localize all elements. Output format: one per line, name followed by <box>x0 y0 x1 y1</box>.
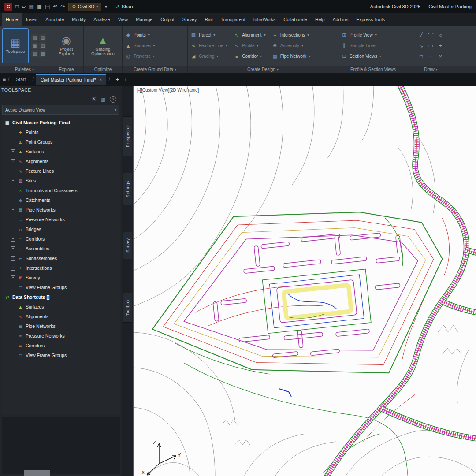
ucs-icon[interactable]: Z Y X <box>141 440 181 475</box>
tree-item-pressure-networks[interactable]: ≈ Pressure Networks <box>2 215 120 224</box>
grading-button[interactable]: ◢ Grading ▾ <box>190 52 227 61</box>
quick-dropdown-icon[interactable]: ▾ <box>104 4 107 10</box>
panel-label-optimize[interactable]: Optimize <box>84 66 122 73</box>
ribbon-tab-view[interactable]: View <box>114 13 132 26</box>
undo-icon[interactable]: ↶ <box>53 4 58 10</box>
tree-item-ds-corridors[interactable]: ≡ Corridors <box>2 341 120 350</box>
drawing-viewport[interactable]: [-][Custom View][2D Wireframe] <box>133 86 476 476</box>
ribbon-tab-collaborate[interactable]: Collaborate <box>279 13 311 26</box>
ribbon-tab-infraworks[interactable]: InfraWorks <box>249 13 280 26</box>
tree-item-feature-lines[interactable]: ∿ Feature Lines <box>2 166 120 176</box>
ribbon-tab-insert[interactable]: Insert <box>22 13 41 26</box>
pin-panel-icon[interactable]: ⇱ <box>92 97 96 102</box>
tree-item-ds-pressure-networks[interactable]: ≈ Pressure Networks <box>2 331 120 341</box>
tree-item-ds-pipe-networks[interactable]: ▦ Pipe Networks <box>2 321 120 331</box>
section-views-button[interactable]: ⊟ Section Views ▾ <box>341 52 381 61</box>
layout-panel-icon[interactable]: ▥ <box>101 97 105 102</box>
tree-item-data-shortcuts[interactable]: ⇄ Data Shortcuts [] <box>2 292 120 302</box>
viewport-controls[interactable]: [-][Custom View][2D Wireframe] <box>137 88 199 93</box>
expand-icon[interactable]: + <box>11 275 15 280</box>
assembly-button[interactable]: ⊕ Assembly ▾ <box>272 41 310 50</box>
profile-button[interactable]: ∿ Profile ▾ <box>234 41 265 50</box>
drawing-canvas[interactable]: Z Y X <box>134 86 476 476</box>
ribbon-tab-help[interactable]: Help <box>311 13 329 26</box>
expand-icon[interactable]: + <box>11 208 15 212</box>
panel-label-palettes[interactable]: Palettes ▾ <box>0 66 49 73</box>
workspace-switcher[interactable]: ⚙ Civil 3D ▾ <box>68 3 102 11</box>
expand-icon[interactable]: + <box>11 266 15 271</box>
tree-item-ds-view-frame-groups[interactable]: □ View Frame Groups <box>2 350 120 360</box>
tree-item-alignments[interactable]: + ∿ Alignments <box>2 156 120 166</box>
tree-item-point-groups[interactable]: ⊞ Point Groups <box>2 137 120 147</box>
tree-item-surfaces[interactable]: + ▲ Surfaces <box>2 147 120 156</box>
toolspace-resize-handle[interactable] <box>24 470 50 476</box>
line-tool-icon[interactable]: ╱ <box>417 30 426 40</box>
palette-icon[interactable]: ▥ <box>39 34 46 41</box>
alignment-button[interactable]: ∿ Alignment ▾ <box>234 31 265 40</box>
ribbon-tab-output[interactable]: Output <box>156 13 178 26</box>
tab-drawing-active[interactable]: Civil Master Parking_Final* × <box>36 74 106 85</box>
tree-item-pipe-networks[interactable]: + ▦ Pipe Networks <box>2 205 120 215</box>
tab-prospector[interactable]: Prospector <box>123 116 132 156</box>
tree-item-bridges[interactable]: ∩ Bridges <box>2 224 120 234</box>
expand-icon[interactable]: + <box>11 149 15 154</box>
expand-icon[interactable]: + <box>11 178 15 183</box>
parcel-button[interactable]: ▦ Parcel ▾ <box>190 31 227 40</box>
palette-icon[interactable]: ▧ <box>39 42 46 49</box>
rectangle-tool-icon[interactable]: ▭ <box>427 41 435 51</box>
tree-item-catchments[interactable]: ◆ Catchments <box>2 195 120 205</box>
new-icon[interactable]: □ <box>15 4 19 10</box>
app-logo[interactable]: C <box>4 3 12 11</box>
palette-icon[interactable]: ▩ <box>39 50 46 57</box>
ribbon-tab-modify[interactable]: Modify <box>68 13 89 26</box>
expand-icon[interactable]: + <box>11 159 15 164</box>
tree-item-assemblies[interactable]: + ⊢ Assemblies <box>2 244 120 253</box>
tree-item-subassemblies[interactable]: + ⌐ Subassemblies <box>2 253 120 263</box>
circle-tool-icon[interactable]: ○ <box>436 30 445 40</box>
ribbon-tab-home[interactable]: Home <box>2 13 22 26</box>
tree-item-intersections[interactable]: + + Intersections <box>2 263 120 273</box>
open-icon[interactable]: ▱ <box>22 4 26 10</box>
palette-icon[interactable]: ▨ <box>31 50 38 57</box>
tree-item-survey[interactable]: + ◤ Survey <box>2 273 120 283</box>
intersections-button[interactable]: + Intersections ▾ <box>272 31 310 40</box>
close-icon[interactable]: × <box>99 77 102 82</box>
save-icon[interactable]: ▦ <box>29 4 33 10</box>
ribbon-tab-transparent[interactable]: Transparent <box>216 13 249 26</box>
corridor-button[interactable]: ≡ Corridor ▾ <box>234 52 265 61</box>
feature-line-button[interactable]: ∿ Feature Line ▾ <box>190 41 227 50</box>
erase-tool-icon[interactable]: × <box>436 52 445 61</box>
point-tool-icon[interactable]: + <box>436 41 445 51</box>
tree-item-view-frame-groups[interactable]: □ View Frame Groups <box>2 283 120 292</box>
tree-item-sites[interactable]: + ▧ Sites <box>2 176 120 186</box>
tab-toolbox[interactable]: Toolbox <box>123 293 132 323</box>
help-icon[interactable]: ? <box>110 96 116 103</box>
palette-icon[interactable]: ▦ <box>31 42 38 49</box>
tree-item-corridors[interactable]: + ≡ Corridors <box>2 234 120 244</box>
redo-icon[interactable]: ↷ <box>61 4 65 10</box>
save-as-icon[interactable]: ▩ <box>37 4 42 10</box>
ribbon-tab-analyze[interactable]: Analyze <box>89 13 114 26</box>
expand-icon[interactable]: + <box>11 246 15 251</box>
panel-label-explore[interactable]: Explore <box>49 66 83 73</box>
pipe-network-button[interactable]: ▦ Pipe Network ▾ <box>272 52 310 61</box>
panel-label-create-ground-data[interactable]: Create Ground Data ▾ <box>123 66 187 73</box>
traverse-button[interactable]: ◎ Traverse ▾ <box>125 52 155 61</box>
ribbon-tab-addins[interactable]: Add-ins <box>329 13 353 26</box>
box-tool-icon[interactable]: □ <box>417 52 426 61</box>
tree-item-points[interactable]: + Points <box>2 127 120 137</box>
profile-view-button[interactable]: ⊞ Profile View ▾ <box>341 31 381 40</box>
menu-icon[interactable]: ≡ <box>3 76 6 82</box>
project-explorer-button[interactable]: ◉ Project Explorer <box>54 29 79 63</box>
tab-survey[interactable]: Survey <box>123 232 132 259</box>
toolspace-button[interactable]: ▦ Toolspace <box>3 29 28 63</box>
tree-item-turnouts[interactable]: × Turnouts and Crossovers <box>2 186 120 195</box>
tab-start[interactable]: Start <box>11 74 30 84</box>
panel-label-profile-section-views[interactable]: Profile & Section Views <box>338 66 408 73</box>
panel-label-draw[interactable]: Draw ▾ <box>408 66 454 73</box>
share-button[interactable]: ↗ Share <box>115 4 134 10</box>
tree-item-drawing-root[interactable]: ▦ Civil Master Parking_Final <box>2 118 120 127</box>
print-icon[interactable]: ▤ <box>45 4 50 10</box>
expand-icon[interactable]: + <box>11 237 15 242</box>
ribbon-tab-survey[interactable]: Survey <box>178 13 201 26</box>
